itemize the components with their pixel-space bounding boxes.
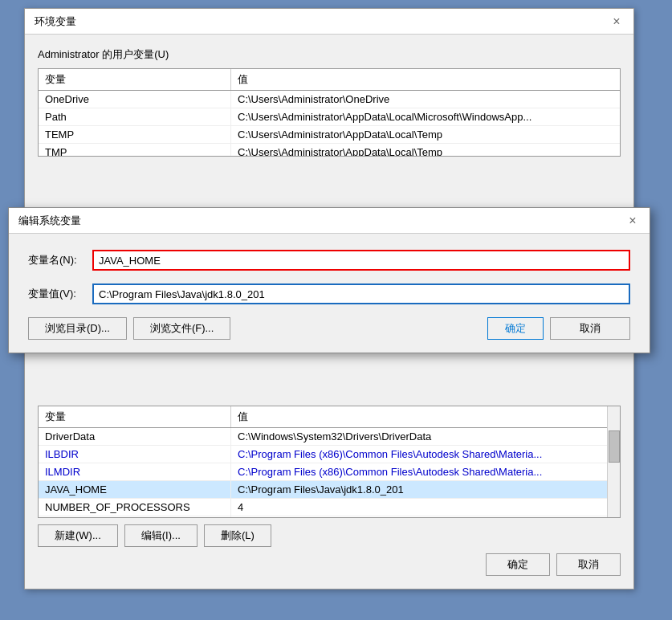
table-row[interactable]: OneDrive C:\Users\Administrator\OneDrive — [39, 91, 620, 108]
edit-system-variable-dialog: 编辑系统变量 × 变量名(N): 变量值(V): 浏览目录(D)... 浏览文件… — [8, 207, 650, 353]
browse-file-button[interactable]: 浏览文件(F)... — [133, 317, 230, 340]
edit-dialog-titlebar: 编辑系统变量 × — [9, 208, 650, 234]
edit-dialog-close-button[interactable]: × — [625, 214, 640, 228]
table-row[interactable]: TMP C:\Users\Administrator\AppData\Local… — [39, 144, 620, 157]
table-cell-val: C:\Program Files (x86)\Common Files\Auto… — [231, 446, 620, 463]
sys-new-button[interactable]: 新建(W)... — [38, 524, 118, 547]
user-col-val: 值 — [231, 69, 620, 90]
sys-table-header: 变量 值 — [39, 406, 620, 428]
edit-btn-row: 浏览目录(D)... 浏览文件(F)... 确定 取消 — [28, 317, 630, 340]
edit-ok-button[interactable]: 确定 — [487, 317, 544, 340]
table-cell-val: C:\Users\Administrator\AppData\Local\Tem… — [231, 144, 620, 157]
table-row[interactable]: ILMDIR C:\Program Files (x86)\Common Fil… — [39, 463, 620, 481]
var-name-row: 变量名(N): — [28, 250, 630, 271]
table-cell-val: C:\Users\Administrator\AppData\Local\Tem… — [231, 126, 620, 143]
sys-btn-row: 新建(W)... 编辑(I)... 删除(L) — [38, 524, 621, 547]
scrollbar-thumb[interactable] — [609, 430, 620, 463]
table-cell-var: OneDrive — [39, 91, 231, 108]
browse-dir-button[interactable]: 浏览目录(D)... — [28, 317, 127, 340]
table-row[interactable]: JAVA_HOME C:\Program Files\Java\jdk1.8.0… — [39, 481, 620, 499]
user-variables-table: 变量 值 OneDrive C:\Users\Administrator\One… — [38, 68, 621, 157]
user-table-header: 变量 值 — [39, 69, 620, 91]
var-value-row: 变量值(V): — [28, 283, 630, 304]
table-row[interactable]: Path C:\Users\Administrator\AppData\Loca… — [39, 108, 620, 126]
table-cell-var: TMP — [39, 144, 231, 157]
table-row[interactable]: ILBDIR C:\Program Files (x86)\Common Fil… — [39, 446, 620, 463]
scrollbar-vertical[interactable] — [607, 406, 620, 517]
sys-variables-section: 变量 值 DriverData C:\Windows\System32\Driv… — [38, 406, 621, 576]
table-cell-val: C:\Users\Administrator\OneDrive — [231, 91, 620, 108]
edit-dialog-body: 变量名(N): 变量值(V): 浏览目录(D)... 浏览文件(F)... 确定… — [9, 234, 650, 353]
table-cell-var: DriverData — [39, 428, 231, 445]
edit-ok-cancel-row: 确定 取消 — [487, 317, 630, 340]
table-cell-var: JAVA_HOME — [39, 481, 231, 498]
table-cell-var: TEMP — [39, 126, 231, 143]
user-section-title: Administrator 的用户变量(U) — [38, 47, 621, 62]
sys-col-val: 值 — [231, 406, 620, 427]
table-cell-val: C:\Program Files (x86)\Common Files\Auto… — [231, 463, 620, 480]
var-name-label: 变量名(N): — [28, 253, 92, 267]
sys-edit-button[interactable]: 编辑(I)... — [124, 524, 198, 547]
sys-col-var: 变量 — [39, 406, 231, 427]
table-cell-val: C:\Users\Administrator\AppData\Local\Mic… — [231, 108, 620, 125]
env-ok-button[interactable]: 确定 — [486, 553, 550, 576]
table-cell-var: ILMDIR — [39, 463, 231, 480]
table-cell-val: C:\Windows\System32\Drivers\DriverData — [231, 428, 620, 445]
var-value-input[interactable] — [92, 283, 630, 304]
table-cell-var: OS — [39, 516, 231, 518]
edit-cancel-button[interactable]: 取消 — [550, 317, 630, 340]
edit-dialog-title: 编辑系统变量 — [18, 214, 81, 228]
table-cell-var: NUMBER_OF_PROCESSORS — [39, 499, 231, 516]
var-value-label: 变量值(V): — [28, 287, 92, 301]
user-col-var: 变量 — [39, 69, 231, 90]
env-dialog-close-button[interactable]: × — [609, 14, 624, 29]
env-dialog-titlebar: 环境变量 × — [25, 9, 633, 35]
table-cell-val: Windows NT — [231, 516, 620, 518]
table-cell-var: ILBDIR — [39, 446, 231, 463]
sys-variables-table: 变量 值 DriverData C:\Windows\System32\Driv… — [38, 406, 621, 518]
env-cancel-button[interactable]: 取消 — [556, 553, 621, 576]
table-cell-var: Path — [39, 108, 231, 125]
table-row[interactable]: OS Windows NT — [39, 516, 620, 518]
env-ok-cancel-row: 确定 取消 — [38, 553, 621, 576]
env-dialog-title: 环境变量 — [35, 14, 76, 29]
table-row[interactable]: TEMP C:\Users\Administrator\AppData\Loca… — [39, 126, 620, 144]
table-row[interactable]: NUMBER_OF_PROCESSORS 4 — [39, 499, 620, 516]
sys-delete-button[interactable]: 删除(L) — [204, 524, 271, 547]
table-row[interactable]: DriverData C:\Windows\System32\Drivers\D… — [39, 428, 620, 446]
var-name-input[interactable] — [92, 250, 630, 271]
table-cell-val: C:\Program Files\Java\jdk1.8.0_201 — [231, 481, 620, 498]
table-cell-val: 4 — [231, 499, 620, 516]
